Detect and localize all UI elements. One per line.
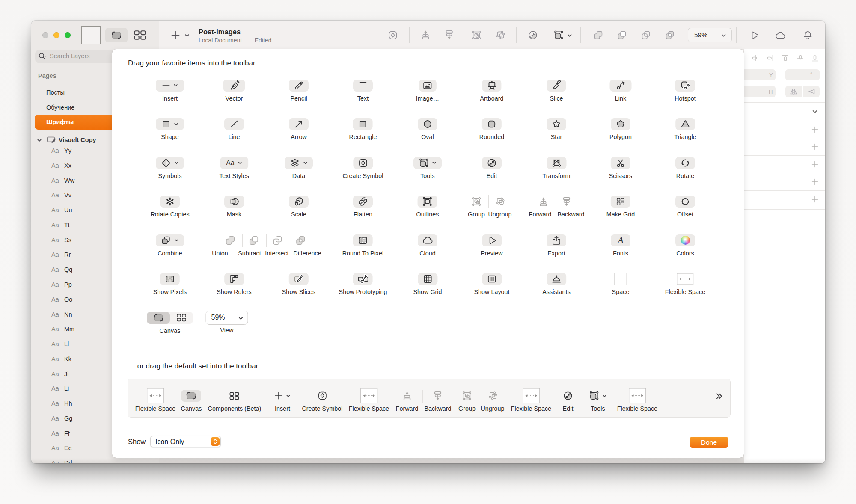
svg-text:A: A — [617, 235, 624, 245]
